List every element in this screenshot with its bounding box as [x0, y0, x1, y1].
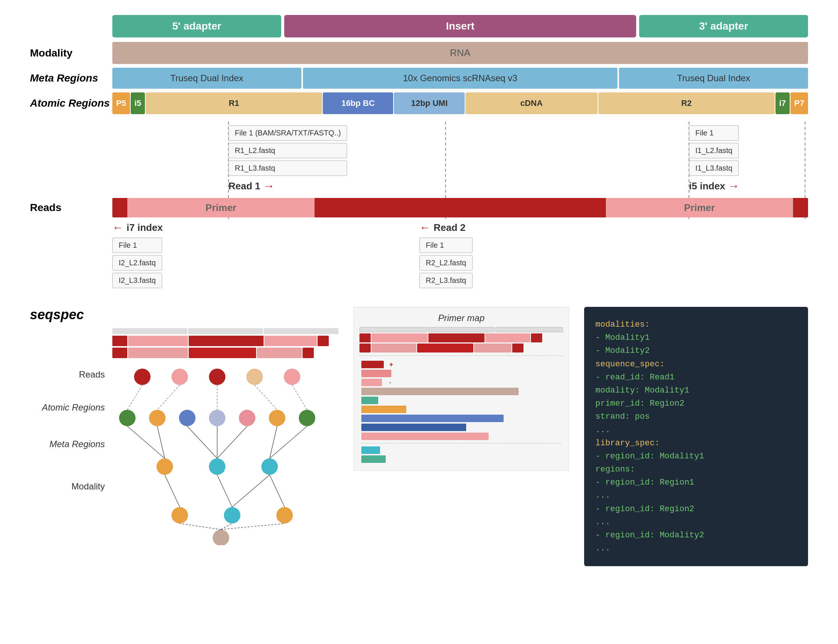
- i7-read2-labels: ← i7 index ← Read 2: [112, 221, 808, 234]
- region-umi: 12bp UMI: [394, 92, 464, 114]
- svg-line-5: [157, 385, 180, 410]
- pm-bar-8: [361, 424, 561, 431]
- insert-adapter: Insert: [284, 15, 636, 38]
- meta-regions-bar: Truseq Dual Index 10x Genomics scRNAseq …: [112, 68, 808, 89]
- reads-dark-right: [793, 198, 808, 217]
- top-section: 5' adapter Insert 3' adapter Modality RN…: [30, 15, 808, 288]
- three-prime-adapter: 3' adapter: [639, 15, 808, 38]
- atomic-regions-label: Atomic Regions: [30, 97, 112, 109]
- code-block-section: modalities: - Modality1 - Modality2 sequ…: [584, 307, 808, 566]
- tree-labels: Reads Atomic Regions Meta Regions Modali…: [30, 366, 105, 492]
- pm-bar-2: [361, 370, 561, 377]
- seqspec-read-row-1: [112, 328, 339, 334]
- svg-line-18: [232, 475, 270, 507]
- atomic-node-6: [269, 410, 285, 426]
- pm-bar-9: [361, 432, 561, 440]
- code-line-4: sequence_spec:: [595, 358, 797, 371]
- svg-line-16: [165, 475, 180, 507]
- code-line-16: ...: [595, 516, 797, 529]
- seqspec-read-row-3: [112, 348, 339, 358]
- read1-text-label: Read 1: [229, 181, 260, 192]
- tree-svg: [105, 366, 329, 545]
- region-p5: P5: [112, 92, 130, 114]
- meta-node-1: [156, 458, 173, 475]
- seqspec-read-rows: [112, 328, 339, 358]
- region-i5: i5: [131, 92, 145, 114]
- i5-l3: I1_L3.fastq: [689, 161, 739, 176]
- svg-line-17: [217, 475, 232, 507]
- i5-arrow-icon: →: [728, 180, 739, 192]
- read2-l3: R2_L3.fastq: [419, 273, 473, 288]
- modality-node-3: [277, 507, 293, 524]
- modality-bar: RNA: [112, 42, 808, 64]
- code-line-11: - region_id: Modality1: [595, 450, 797, 463]
- read2-label-area: ← Read 2: [419, 221, 466, 234]
- read1-l3: R1_L3.fastq: [229, 161, 347, 176]
- bottom-files-area: ← i7 index ← Read 2 File 1 I2_L2.fastq I…: [112, 221, 808, 288]
- meta-genomics: 10x Genomics scRNAseq v3: [303, 68, 618, 89]
- meta-regions-tree-label: Meta Regions: [30, 439, 105, 449]
- code-line-6: modality: Modality1: [595, 384, 797, 397]
- region-r2: R2: [598, 92, 775, 114]
- seqspec-reads-mini: [112, 328, 339, 358]
- read2-arrow-icon: ←: [419, 221, 431, 234]
- pm-top-row-3: [359, 343, 563, 353]
- pm-bar-11: [361, 455, 561, 463]
- seqspec-read-row-2: [112, 336, 339, 346]
- main-container: 5' adapter Insert 3' adapter Modality RN…: [0, 0, 838, 581]
- read-node-3: [209, 369, 226, 385]
- i7-l3: I2_L3.fastq: [112, 273, 162, 288]
- svg-line-14: [270, 426, 277, 458]
- code-line-5: - read_id: Read1: [595, 371, 797, 384]
- pm-top-row-1: [359, 327, 563, 332]
- modality-row: Modality RNA: [30, 42, 808, 64]
- meta-truseq-right: Truseq Dual Index: [619, 68, 808, 89]
- reads-dark-left: [112, 198, 127, 217]
- i7-label-area: ← i7 index: [112, 221, 163, 234]
- atomic-node-5: [239, 410, 255, 426]
- pm-bar-5: [361, 397, 561, 404]
- i5-l2: I1_L2.fastq: [689, 143, 739, 158]
- i7-text-label: i7 index: [127, 222, 163, 233]
- i5-text-label: i5 index: [689, 181, 725, 192]
- read1-files: File 1 (BAM/SRA/TXT/FASTQ..) R1_L2.fastq…: [229, 125, 347, 176]
- pm-bar-3: -: [361, 379, 561, 386]
- svg-line-9: [127, 426, 165, 458]
- meta-regions-row: Meta Regions Truseq Dual Index 10x Genom…: [30, 68, 808, 89]
- read-labels-row: Read 1 → i5 index →: [112, 180, 808, 192]
- bottom-section: seqspec: [30, 307, 808, 566]
- code-line-12: regions:: [595, 463, 797, 476]
- read2-files: File 1 R2_L2.fastq R2_L3.fastq: [419, 238, 473, 288]
- svg-line-21: [221, 524, 232, 529]
- i7-file1: File 1: [112, 238, 162, 253]
- reads-tree-label: Reads: [30, 369, 105, 380]
- svg-line-8: [292, 385, 307, 410]
- i7-arrow-icon: ←: [112, 221, 123, 234]
- svg-line-20: [180, 524, 221, 529]
- atomic-node-2: [149, 410, 166, 426]
- atomic-node-1: [119, 410, 135, 426]
- pm-bar-4: [361, 388, 561, 395]
- bottom-files-boxes: File 1 I2_L2.fastq I2_L3.fastq File 1 R2…: [112, 238, 808, 288]
- svg-line-11: [187, 426, 217, 458]
- atomic-node-4: [209, 410, 226, 426]
- i5-files: File 1 I1_L2.fastq I1_L3.fastq: [689, 125, 739, 176]
- adapter-row: 5' adapter Insert 3' adapter: [112, 15, 808, 38]
- code-line-3: - Modality2: [595, 344, 797, 357]
- atomic-node-7: [299, 410, 315, 426]
- atomic-regions-tree-label: Atomic Regions: [30, 402, 105, 413]
- modality-tree-label: Modality: [30, 481, 105, 492]
- read1-l2: R1_L2.fastq: [229, 143, 347, 158]
- pm-bar-7: [361, 415, 561, 422]
- reads-primer-left: Primer: [127, 198, 314, 217]
- read-node-5: [284, 369, 300, 385]
- code-line-17: - region_id: Modality2: [595, 529, 797, 542]
- meta-node-2: [209, 458, 226, 475]
- meta-truseq-left: Truseq Dual Index: [112, 68, 301, 89]
- read2-text-label: Read 2: [434, 222, 466, 233]
- pm-separator: [359, 355, 563, 356]
- region-i7: i7: [775, 92, 790, 114]
- reads-section: Reads Primer Primer: [112, 198, 808, 217]
- code-line-7: primer_id: Region2: [595, 397, 797, 410]
- svg-line-10: [157, 426, 165, 458]
